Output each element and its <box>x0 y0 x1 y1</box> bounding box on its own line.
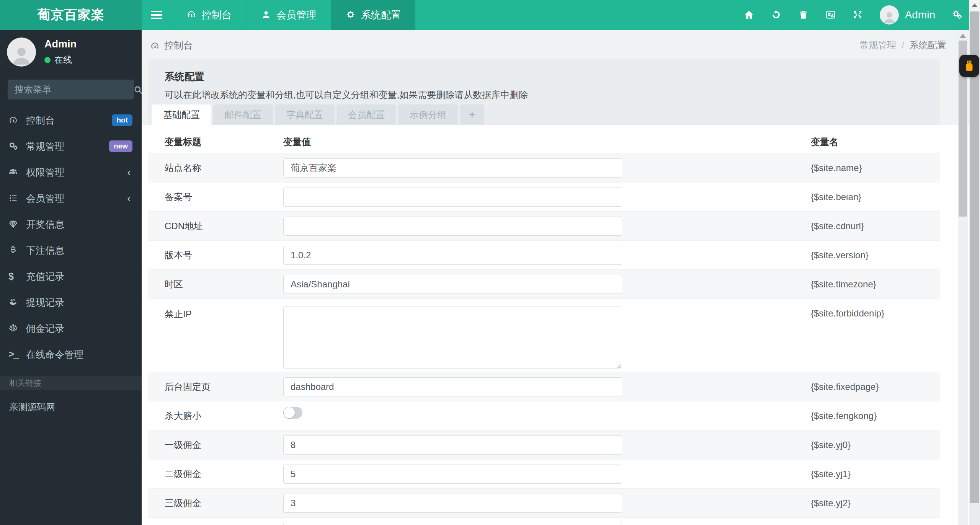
list-icon <box>8 193 26 204</box>
hands-icon <box>8 297 26 308</box>
variable-title: 时区 <box>165 278 183 290</box>
toggle-knob <box>284 407 295 418</box>
variable-title: 二级佣金 <box>165 468 201 480</box>
config-tab-1[interactable]: 基础配置 <box>152 104 211 125</box>
toggle-switch-off[interactable] <box>283 407 302 419</box>
column-header-var: 变量名 <box>811 136 838 148</box>
navbar-tab-1[interactable]: 控制台 <box>172 0 246 30</box>
users-icon <box>8 167 26 178</box>
sidebar-external-link[interactable]: 亲测源码网 <box>0 396 142 419</box>
page-description: 可以在此增改系统的变量和分组,也可以自定义分组和变量,如果需要删除请从数据库中删… <box>165 89 923 101</box>
breadcrumb-parent[interactable]: 常规管理 <box>859 39 896 51</box>
variable-name: {$site.forbiddenip} <box>811 308 884 319</box>
config-tabs: 基础配置邮件配置字典配置会员配置示例分组+ <box>148 104 486 125</box>
breadcrumb-current: 系统配置 <box>910 39 946 51</box>
expand-icon[interactable] <box>853 10 863 21</box>
sidebar-item-3[interactable]: 权限管理‹ <box>0 159 142 185</box>
variable-name: {$site.yj2} <box>811 498 851 509</box>
search-input[interactable] <box>15 84 133 95</box>
sidebar-item-6[interactable]: 下注信息 <box>0 237 142 263</box>
column-header-value: 变量值 <box>283 136 311 148</box>
breadcrumb-separator: / <box>902 40 904 51</box>
person-icon <box>10 43 33 67</box>
config-tab-2[interactable]: 邮件配置 <box>213 104 273 125</box>
window-scrollbar[interactable] <box>969 0 980 525</box>
gauge-icon <box>186 9 196 21</box>
config-tab-3[interactable]: 字典配置 <box>275 104 335 125</box>
scrollbar-thumb[interactable] <box>970 11 979 503</box>
variable-value-textarea[interactable] <box>283 307 622 368</box>
variable-value-input[interactable] <box>283 465 622 484</box>
hot-badge: hot <box>112 114 132 126</box>
variable-name: {$site.cdnurl} <box>811 221 864 232</box>
variable-value-input[interactable] <box>283 246 622 265</box>
sidebar-item-2[interactable]: 常规管理new <box>0 133 142 159</box>
sidebar-item-5[interactable]: 开奖信息 <box>0 211 142 237</box>
trash-icon[interactable] <box>798 10 808 21</box>
config-sheet: 变量标题 变量值 变量名 站点名称{$site.name}备案号{$site.b… <box>142 125 969 525</box>
new-badge: new <box>109 140 132 152</box>
admin-settings-gears-icon[interactable] <box>952 10 962 21</box>
scroll-up-arrow-icon[interactable] <box>960 34 966 38</box>
variable-value-input[interactable] <box>283 275 622 294</box>
config-row: 时区{$site.timezone} <box>148 269 940 298</box>
sidebar-item-10[interactable]: >_在线命令管理 <box>0 341 142 367</box>
sidebar-toggle-button[interactable] <box>142 0 172 30</box>
variable-value-input[interactable] <box>283 523 622 525</box>
config-panel-heading: 系统配置 可以在此增改系统的变量和分组,也可以自定义分组和变量,如果需要删除请从… <box>148 59 940 125</box>
sidebar-username: Admin <box>44 38 77 50</box>
gem-icon <box>8 219 26 230</box>
sidebar-item-label: 权限管理 <box>26 166 64 179</box>
variable-title: 杀大赔小 <box>165 410 201 422</box>
sidebar-item-label: 开奖信息 <box>26 218 64 231</box>
variable-name: {$site.name} <box>811 163 862 173</box>
variable-name: {$site.yj0} <box>811 440 851 450</box>
sidebar-item-1[interactable]: 控制台hot <box>0 107 142 133</box>
variable-value-input[interactable] <box>283 494 622 513</box>
sidebar-item-4[interactable]: 会员管理‹ <box>0 185 142 211</box>
sidebar-item-8[interactable]: 提现记录 <box>0 289 142 315</box>
config-row: 备案号{$site.beian} <box>148 182 940 211</box>
variable-name: {$site.beian} <box>811 192 861 202</box>
config-tab-4[interactable]: 会员配置 <box>336 104 396 125</box>
breadcrumb-left[interactable]: 控制台 <box>150 39 193 52</box>
variable-value-input[interactable] <box>283 435 622 455</box>
usb-icon <box>963 59 976 72</box>
sidebar-item-label: 提现记录 <box>26 296 64 309</box>
sidebar-item-label: 下注信息 <box>26 244 64 257</box>
variable-title: 版本号 <box>165 249 192 261</box>
sidebar-item-7[interactable]: $充值记录 <box>0 263 142 289</box>
online-status: 在线 <box>44 54 77 66</box>
column-header-title: 变量标题 <box>165 136 201 148</box>
online-dot-icon <box>44 57 51 63</box>
scroll-up-button[interactable] <box>969 0 980 11</box>
navbar-tab-3[interactable]: 系统配置 <box>331 0 415 30</box>
variable-title: 禁止IP <box>165 308 192 320</box>
user-menu[interactable]: Admin <box>880 5 935 24</box>
variable-value-input[interactable] <box>283 217 622 236</box>
variable-value-input[interactable] <box>283 158 622 178</box>
terminal-icon: >_ <box>8 349 26 360</box>
language-icon[interactable] <box>825 10 836 21</box>
dollar-icon: $ <box>8 271 26 282</box>
variable-value-input[interactable] <box>283 377 622 396</box>
variable-title: 一级佣金 <box>165 439 201 451</box>
variable-value-input[interactable] <box>283 188 622 207</box>
variable-title: CDN地址 <box>165 220 203 232</box>
app-logo: 葡京百家楽 <box>0 0 142 30</box>
search-icon <box>133 85 143 95</box>
navbar-tab-2[interactable]: 会员管理 <box>246 0 331 30</box>
home-icon[interactable] <box>744 10 754 21</box>
iframe-scrollbar[interactable] <box>958 30 968 525</box>
add-group-tab[interactable]: + <box>460 104 484 125</box>
sidebar-item-label: 控制台 <box>26 114 55 127</box>
floating-usb-button[interactable] <box>959 55 979 77</box>
config-tab-5[interactable]: 示例分组 <box>398 104 458 125</box>
navbar-toolbar: Admin <box>744 0 962 30</box>
config-row: 三级佣金{$site.yj2} <box>148 488 940 517</box>
refresh-icon[interactable] <box>771 10 781 21</box>
avatar <box>880 5 899 24</box>
config-row: CDN地址{$site.cdnurl} <box>148 211 940 240</box>
sidebar-item-label: 会员管理 <box>26 192 64 205</box>
sidebar-item-9[interactable]: 佣金记录 <box>0 315 142 341</box>
